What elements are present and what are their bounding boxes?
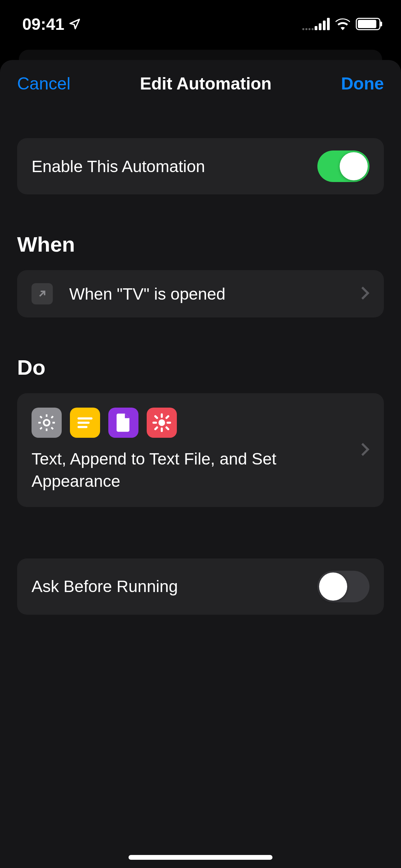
svg-line-7 (155, 416, 157, 418)
cancel-button[interactable]: Cancel (17, 74, 71, 94)
status-icons (302, 18, 380, 30)
location-icon (69, 18, 81, 30)
battery-icon (356, 18, 380, 30)
gear-icon (32, 408, 62, 438)
nav-bar: Cancel Edit Automation Done (0, 60, 401, 104)
svg-point-0 (44, 420, 50, 426)
done-button[interactable]: Done (341, 74, 384, 94)
enable-automation-label: Enable This Automation (32, 157, 205, 176)
ask-before-running-row: Ask Before Running (17, 558, 384, 615)
enable-automation-toggle[interactable] (317, 150, 369, 182)
chevron-right-icon (361, 286, 369, 302)
svg-line-12 (167, 416, 168, 418)
app-open-icon (32, 283, 53, 304)
do-actions-row[interactable]: Text, Append to Text File, and Set Appea… (17, 393, 384, 507)
wifi-icon (335, 18, 350, 30)
ask-before-running-toggle[interactable] (317, 571, 369, 602)
status-bar: 09:41 (0, 0, 401, 48)
chevron-right-icon (361, 442, 369, 458)
svg-line-11 (155, 427, 157, 429)
text-lines-icon (70, 408, 100, 438)
do-section-header: Do (17, 355, 384, 379)
when-trigger-label: When "TV" is opened (69, 285, 344, 303)
brightness-icon (147, 408, 177, 438)
modal-sheet: Cancel Edit Automation Done Enable This … (0, 60, 401, 868)
home-indicator[interactable] (129, 855, 272, 860)
content: Enable This Automation When When "TV" is… (0, 138, 401, 615)
enable-automation-row: Enable This Automation (17, 138, 384, 194)
document-icon (108, 408, 138, 438)
cellular-signal-icon (302, 18, 330, 30)
svg-point-4 (158, 419, 165, 426)
when-trigger-row[interactable]: When "TV" is opened (17, 270, 384, 317)
status-time: 09:41 (22, 15, 81, 34)
time-label: 09:41 (22, 15, 64, 34)
do-action-icons (32, 408, 350, 438)
do-actions-label: Text, Append to Text File, and Set Appea… (32, 448, 350, 493)
ask-before-running-label: Ask Before Running (32, 577, 178, 596)
when-section-header: When (17, 232, 384, 256)
svg-line-8 (167, 427, 168, 429)
page-title: Edit Automation (140, 74, 271, 94)
